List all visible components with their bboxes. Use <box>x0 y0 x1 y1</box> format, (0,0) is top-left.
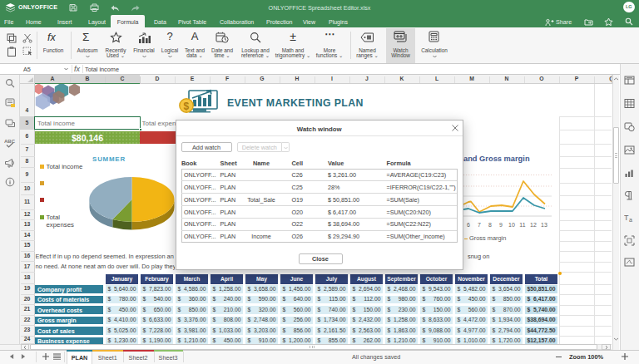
svg-text:$: $ <box>184 101 190 112</box>
svg-text:a: a <box>629 217 632 223</box>
svg-text:ABC: ABC <box>4 139 16 144</box>
